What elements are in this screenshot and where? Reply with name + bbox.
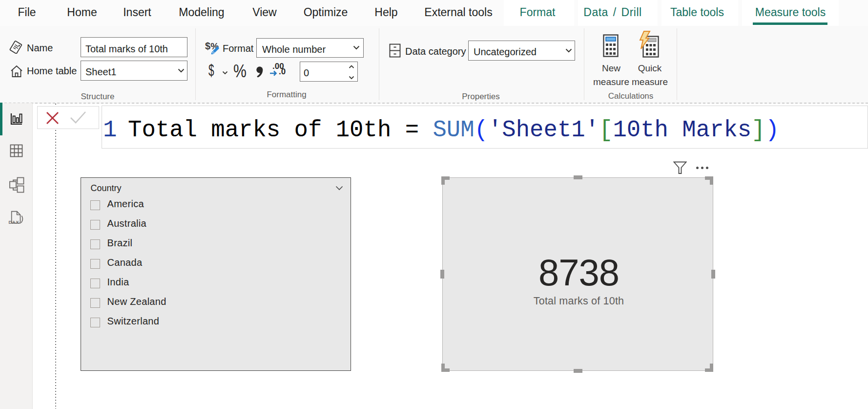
svg-text:DAX: DAX xyxy=(9,219,20,225)
